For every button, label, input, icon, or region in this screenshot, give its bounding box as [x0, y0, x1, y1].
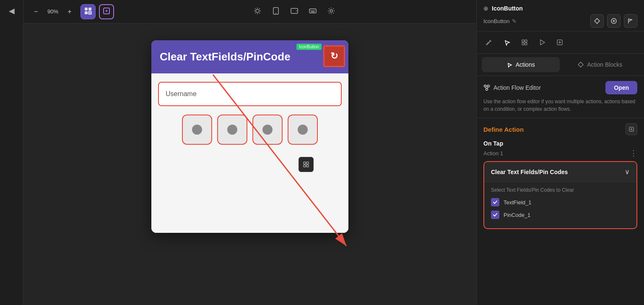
svg-rect-0 — [85, 8, 88, 10]
svg-point-46 — [486, 89, 488, 91]
svg-rect-20 — [309, 9, 316, 13]
panel-component-subtitle: IconButton — [483, 18, 509, 24]
zoom-out-button[interactable]: − — [29, 4, 44, 19]
add-widget-icon — [84, 7, 92, 16]
define-action-section: Define Action On Tap Action 1 ⋮ Clear Te… — [477, 118, 644, 234]
svg-rect-27 — [304, 162, 306, 164]
add-tool-button[interactable] — [552, 35, 567, 50]
phone-header: IconButton Clear TextFields/PinCode ↻ — [151, 40, 348, 73]
panel-toolbar — [477, 31, 644, 54]
on-tap-label: On Tap — [483, 140, 637, 147]
clear-card-description: Select Text Fields/Pin Codes to Clear — [491, 187, 630, 193]
toolbar-center — [250, 4, 339, 19]
icon-button-label: IconButton — [296, 44, 322, 50]
grid-tool-button[interactable] — [517, 35, 532, 50]
right-panel: ⊕ IconButton IconButton ✎ — [476, 0, 644, 305]
clear-card-body: Select Text Fields/Pin Codes to Clear Te… — [484, 182, 636, 228]
phone-title: Clear TextFields/PinCode — [160, 50, 340, 63]
phone-content: Username — [151, 73, 348, 233]
open-button[interactable]: Open — [605, 81, 637, 94]
svg-point-44 — [484, 85, 486, 87]
pincode-checkbox[interactable] — [491, 211, 499, 219]
pin-cell-1[interactable] — [182, 115, 212, 145]
connector-button[interactable] — [299, 157, 314, 172]
tablet-view-button[interactable] — [287, 4, 302, 19]
main-area: − 90% + — [23, 0, 476, 305]
sun-button[interactable] — [250, 4, 265, 19]
action-1-menu-button[interactable]: ⋮ — [630, 149, 637, 158]
canvas-area: IconButton Clear TextFields/PinCode ↻ Us… — [23, 23, 476, 305]
svg-point-7 — [256, 9, 259, 13]
username-field[interactable]: Username — [158, 82, 342, 106]
pin-cell-2[interactable] — [217, 115, 247, 145]
diamond-icon-button[interactable] — [590, 14, 604, 28]
svg-rect-2 — [85, 11, 88, 14]
panel-top-icons — [590, 14, 637, 28]
zoom-in-button[interactable]: + — [62, 4, 77, 19]
edit-icon[interactable]: ✎ — [512, 18, 517, 24]
svg-line-14 — [259, 8, 260, 9]
clear-card-title: Clear Text Fields/Pin Codes — [491, 169, 568, 175]
svg-line-13 — [259, 13, 260, 13]
top-toolbar: − 90% + — [23, 0, 476, 23]
pin-cell-3[interactable] — [252, 115, 283, 145]
action-flow-label: Action Flow Editor — [483, 84, 541, 91]
action-blocks-tab-label: Action Blocks — [587, 61, 622, 68]
panel-component-title: IconButton — [492, 5, 523, 12]
svg-point-19 — [296, 10, 297, 11]
svg-rect-28 — [306, 162, 309, 164]
pin-dot-4 — [298, 125, 308, 135]
keyboard-icon — [309, 8, 317, 16]
pin-dot-3 — [262, 125, 273, 135]
minus-icon: − — [34, 8, 38, 16]
svg-rect-30 — [306, 165, 309, 167]
pin-dot-1 — [192, 125, 202, 135]
pincode-label: PinCode_1 — [504, 212, 530, 218]
component-icon — [103, 7, 110, 16]
svg-rect-37 — [525, 40, 527, 42]
right-panel-header: ⊕ IconButton IconButton ✎ — [477, 0, 644, 31]
svg-rect-39 — [525, 43, 527, 45]
brush-tool-button[interactable] — [482, 35, 497, 50]
collapse-button[interactable]: ◀ — [4, 3, 19, 18]
textfield-checkbox-row: TextField_1 — [491, 198, 630, 206]
svg-rect-29 — [304, 165, 306, 167]
svg-rect-1 — [88, 8, 91, 10]
define-action-icon-button[interactable] — [626, 123, 637, 135]
settings-icon — [327, 7, 335, 16]
phone-icon-button[interactable]: ↻ — [323, 45, 345, 67]
svg-line-15 — [255, 13, 255, 13]
clear-card-chevron[interactable]: ∨ — [625, 168, 630, 176]
pin-dot-2 — [227, 125, 237, 135]
svg-rect-36 — [522, 40, 524, 42]
interaction-tool-button[interactable] — [499, 35, 514, 50]
actions-tab-label: Actions — [516, 61, 535, 68]
textfield-checkbox[interactable] — [491, 198, 499, 206]
refresh-icon: ↻ — [330, 51, 338, 62]
collapse-icon: ◀ — [9, 6, 15, 16]
settings-button[interactable] — [324, 4, 339, 19]
zoom-value: 90% — [45, 8, 60, 15]
action-1-row: Action 1 ⋮ — [483, 149, 637, 158]
play-tool-button[interactable] — [535, 35, 550, 50]
clear-text-fields-card: Clear Text Fields/Pin Codes ∨ Select Tex… — [483, 161, 637, 229]
tablet-view-icon — [291, 8, 298, 16]
keyboard-button[interactable] — [305, 4, 320, 19]
svg-line-49 — [487, 87, 488, 89]
phone-view-button[interactable] — [268, 4, 283, 19]
component-button[interactable] — [99, 4, 114, 19]
flag-icon-button[interactable] — [624, 14, 637, 28]
svg-point-45 — [488, 85, 490, 87]
action-blocks-tab[interactable]: Action Blocks — [561, 57, 639, 72]
textfield-label: TextField_1 — [504, 199, 531, 206]
actions-tab[interactable]: Actions — [482, 57, 560, 72]
pin-cell-4[interactable] — [288, 115, 318, 145]
plus-icon: + — [68, 8, 71, 16]
svg-line-48 — [486, 87, 486, 89]
pincode-checkbox-row: PinCode_1 — [491, 211, 630, 219]
actions-tabs: Actions Action Blocks — [477, 54, 644, 76]
add-panel-button[interactable] — [607, 14, 621, 28]
left-sidebar: ◀ — [0, 0, 23, 305]
add-widget-button[interactable] — [80, 4, 96, 19]
svg-point-17 — [275, 13, 276, 13]
